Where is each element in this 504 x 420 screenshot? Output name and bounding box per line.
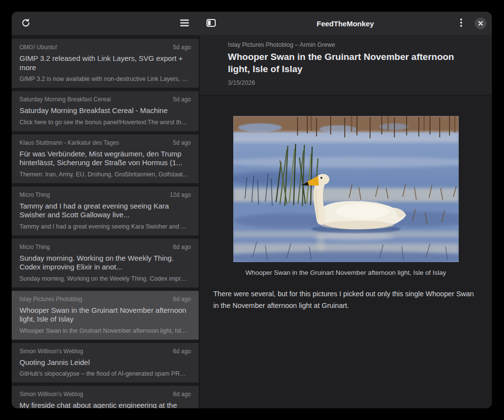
article-figure: Whooper Swan in the Gruinart November af… <box>233 116 459 276</box>
feed-item-source: Saturday Morning Breakfast Cereal <box>19 96 111 103</box>
feed-item-summary: Sunday morning. Working on the Weekly Th… <box>19 275 191 283</box>
feed-item-time: 12d ago <box>170 191 191 199</box>
feed-item-meta: Simon Willison's Weblog 6d ago <box>19 348 191 355</box>
feed-item-title: Für was Verbündete, Mist wegräumen, den … <box>19 150 191 168</box>
whooper-swan-photo <box>233 116 459 262</box>
feed-item-summary: Click here to go see the bonus panel!Hov… <box>19 119 191 126</box>
reader-toolbar: FeedTheMonkey <box>199 12 492 35</box>
feed-item-time: 6d ago <box>173 391 191 398</box>
hamburger-menu-icon <box>180 19 189 28</box>
feed-item-title: Whooper Swan in the Gruinart November af… <box>19 306 191 324</box>
feed-item-source: Micro Thing <box>19 191 50 199</box>
article-title: Whooper Swan in the Gruinart November af… <box>228 51 464 75</box>
feed-list-item[interactable]: Islay Pictures Photoblog 6d ago Whooper … <box>12 291 199 340</box>
feed-item-summary: GIMP 3.2 is now available with non-destr… <box>19 76 191 83</box>
feed-item-time: 5d ago <box>173 44 191 51</box>
feed-item-meta: OMG! Ubuntu! 5d ago <box>19 44 191 51</box>
feed-item-title: Tammy and I had a great evening seeing K… <box>19 202 191 220</box>
feed-list-item[interactable]: Simon Willison's Weblog 6d ago Quoting J… <box>12 343 199 383</box>
feed-list-item[interactable]: Klaus Stuttmann - Karikatur des Tages 5d… <box>12 134 199 183</box>
refresh-icon <box>21 18 31 29</box>
article-date: 3/15/2026 <box>228 79 464 86</box>
feed-item-source: OMG! Ubuntu! <box>19 44 57 51</box>
header-actions <box>454 17 486 30</box>
sidebar-toggle-icon <box>206 19 216 28</box>
feed-list-item[interactable]: Micro Thing 6d ago Sunday morning. Worki… <box>12 239 199 287</box>
feed-item-title: Quoting Jannis Leidel <box>19 358 191 367</box>
feed-item-source: Islay Pictures Photoblog <box>19 296 82 303</box>
title-bar: FeedTheMonkey <box>12 12 492 35</box>
sidebar-toggle-button[interactable] <box>204 17 218 30</box>
feed-item-meta: Micro Thing 12d ago <box>19 191 191 199</box>
feed-list-item[interactable]: Simon Willison's Weblog 6d ago My firesi… <box>12 386 199 408</box>
feed-item-list: OMG! Ubuntu! 5d ago GIMP 3.2 released wi… <box>12 35 199 408</box>
list-toolbar <box>12 12 199 35</box>
feed-item-source: Simon Willison's Weblog <box>19 391 83 398</box>
article-header: Islay Pictures Photoblog – Armin Grewe W… <box>200 35 492 95</box>
feed-item-meta: Klaus Stuttmann - Karikatur des Tages 5d… <box>19 139 191 147</box>
feed-item-summary: GitHub's slopocalypse – the flood of AI-… <box>19 370 191 378</box>
feed-item-time: 5d ago <box>173 96 191 103</box>
feed-item-title: Sunday morning. Working on the Weekly Th… <box>19 254 191 272</box>
article-pane: Islay Pictures Photoblog – Armin Grewe W… <box>200 35 492 408</box>
feed-item-meta: Simon Willison's Weblog 6d ago <box>19 391 191 398</box>
feed-item-time: 6d ago <box>173 296 191 303</box>
feed-item-source: Klaus Stuttmann - Karikatur des Tages <box>19 139 119 147</box>
feed-item-summary: Themen: Iran, Army, EU, Drohung, Großbri… <box>19 171 191 178</box>
feed-item-title: My fireside chat about agentic engineeri… <box>19 401 191 408</box>
feed-item-meta: Micro Thing 6d ago <box>19 244 191 251</box>
kebab-menu-icon <box>460 19 462 28</box>
feed-item-time: 6d ago <box>173 348 191 355</box>
more-options-button[interactable] <box>454 17 468 30</box>
feed-item-source: Simon Willison's Weblog <box>19 348 83 355</box>
app-title: FeedTheMonkey <box>199 19 492 28</box>
feed-item-meta: Islay Pictures Photoblog 6d ago <box>19 296 191 303</box>
feed-item-title: GIMP 3.2 released with Link Layers, SVG … <box>19 54 191 72</box>
feed-item-time: 5d ago <box>173 139 191 147</box>
close-button[interactable] <box>475 18 486 29</box>
refresh-button[interactable] <box>19 17 33 30</box>
feed-item-summary: Tammy and I had a great evening seeing K… <box>19 223 191 230</box>
feed-item-summary: Whooper Swan in the Gruinart November af… <box>19 327 191 335</box>
feed-item-title: Saturday Morning Breakfast Cereal - Mach… <box>19 106 191 115</box>
app-window: FeedTheMonkey <box>12 12 492 408</box>
feed-list-item[interactable]: OMG! Ubuntu! 5d ago GIMP 3.2 released wi… <box>12 39 199 88</box>
main-area: OMG! Ubuntu! 5d ago GIMP 3.2 released wi… <box>12 35 492 408</box>
article-body: There were several, but for this picture… <box>213 288 478 311</box>
close-icon <box>478 20 483 27</box>
feed-item-meta: Saturday Morning Breakfast Cereal 5d ago <box>19 96 191 103</box>
feed-item-time: 6d ago <box>173 244 191 251</box>
feed-list-item[interactable]: Saturday Morning Breakfast Cereal 5d ago… <box>12 91 199 131</box>
feed-item-source: Micro Thing <box>19 244 50 251</box>
article-feed-name: Islay Pictures Photoblog – Armin Grewe <box>228 41 464 48</box>
article-content: Whooper Swan in the Gruinart November af… <box>200 95 492 408</box>
feed-list-item[interactable]: Micro Thing 12d ago Tammy and I had a gr… <box>12 187 199 235</box>
list-menu-button[interactable] <box>178 17 191 30</box>
image-caption: Whooper Swan in the Gruinart November af… <box>233 269 459 276</box>
